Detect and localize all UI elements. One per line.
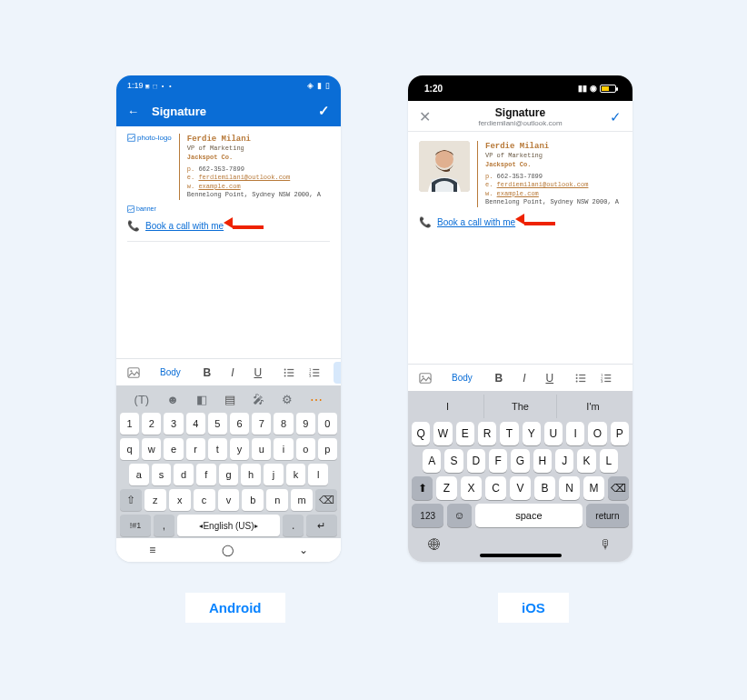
numbered-list-button[interactable]: 123 <box>303 362 326 384</box>
key-z[interactable]: z <box>144 489 166 511</box>
android-keyboard[interactable]: (T) ☻ ◧ ▤ 🎤︎ ⚙ ⋯ 1 2 3 4 5 6 7 8 9 0 <box>116 385 341 538</box>
key-j[interactable]: J <box>555 449 573 473</box>
mic-icon[interactable]: 🎤︎ <box>253 393 264 407</box>
key-t[interactable]: t <box>208 438 227 460</box>
key-n[interactable]: N <box>559 476 580 500</box>
insert-image-button[interactable] <box>413 367 437 389</box>
key-h[interactable]: H <box>533 449 552 473</box>
gear-icon[interactable]: ⚙ <box>282 393 293 407</box>
key-g[interactable]: g <box>219 464 239 485</box>
link-button[interactable] <box>625 367 632 389</box>
key-r[interactable]: R <box>478 422 496 445</box>
clipboard-icon[interactable]: ▤ <box>224 393 235 407</box>
sticker-icon[interactable]: ◧ <box>196 393 207 407</box>
emoji-key[interactable]: ☺ <box>447 504 472 527</box>
key-e[interactable]: e <box>164 438 183 460</box>
key-h[interactable]: h <box>241 464 261 485</box>
key-u[interactable]: u <box>252 438 271 460</box>
key-9[interactable]: 9 <box>296 413 315 435</box>
key-f[interactable]: f <box>196 464 216 485</box>
key-r[interactable]: r <box>186 438 205 460</box>
key-k[interactable]: k <box>286 464 306 485</box>
key-z[interactable]: Z <box>436 476 457 500</box>
key-l[interactable]: l <box>308 464 328 485</box>
shift-key[interactable]: ⬆ <box>412 476 433 500</box>
key-b[interactable]: b <box>242 489 264 511</box>
key-j[interactable]: j <box>264 464 284 485</box>
sig-web-link[interactable]: example.com <box>497 190 539 197</box>
bullet-list-button[interactable] <box>569 367 593 389</box>
key-b[interactable]: B <box>534 476 555 500</box>
key-p[interactable]: p <box>318 438 337 460</box>
bold-button[interactable]: B <box>487 367 511 389</box>
italic-button[interactable]: I <box>513 367 536 389</box>
key-l[interactable]: L <box>600 449 618 473</box>
key-2[interactable]: 2 <box>142 413 161 435</box>
symbols-key[interactable]: !#1 <box>120 515 151 536</box>
space-key[interactable]: ◂ English (US) ▸ <box>177 515 281 536</box>
key-6[interactable]: 6 <box>230 413 249 435</box>
home-indicator[interactable] <box>480 554 562 557</box>
link-button[interactable] <box>334 362 341 384</box>
space-key[interactable]: space <box>475 504 583 527</box>
key-o[interactable]: O <box>588 422 606 445</box>
recents-icon[interactable]: ≡ <box>149 544 155 556</box>
ios-keyboard[interactable]: I The I'm Q W E R T Y U I O P A S D F <box>408 391 632 562</box>
signature-editor[interactable]: Ferdie Milani VP of Marketing Jackspot C… <box>408 132 632 364</box>
key-4[interactable]: 4 <box>186 413 205 435</box>
sig-email-link[interactable]: ferdiemilani@outlook.com <box>497 181 589 188</box>
home-icon[interactable]: ◯ <box>222 544 234 556</box>
underline-button[interactable]: U <box>246 362 270 384</box>
key-x[interactable]: x <box>169 489 191 511</box>
key-5[interactable]: 5 <box>208 413 227 435</box>
dictation-icon[interactable]: 🎙︎ <box>600 537 613 552</box>
key-t[interactable]: T <box>500 422 518 445</box>
key-q[interactable]: q <box>120 438 139 460</box>
bold-button[interactable]: B <box>195 362 219 384</box>
key-c[interactable]: C <box>485 476 506 500</box>
sig-email-link[interactable]: ferdiemilani@outlook.com <box>198 174 290 181</box>
body-style-button[interactable]: Body <box>153 362 188 384</box>
numbers-key[interactable]: 123 <box>412 504 443 527</box>
key-d[interactable]: d <box>174 464 194 485</box>
bullet-list-button[interactable] <box>277 362 301 384</box>
key-0[interactable]: 0 <box>318 413 337 435</box>
numbered-list-button[interactable]: 123 <box>594 367 618 389</box>
italic-button[interactable]: I <box>221 362 244 384</box>
book-call-link[interactable]: Book a call with me <box>437 217 515 227</box>
shift-key[interactable]: ⇧ <box>120 489 142 511</box>
key-x[interactable]: X <box>461 476 482 500</box>
suggestion-2[interactable]: The <box>484 395 557 418</box>
close-icon[interactable]: ✕ <box>419 108 431 125</box>
key-k[interactable]: K <box>577 449 595 473</box>
key-f[interactable]: F <box>489 449 507 473</box>
key-v[interactable]: V <box>510 476 531 500</box>
text-icon[interactable]: (T) <box>134 393 150 407</box>
comma-key[interactable]: , <box>154 515 174 536</box>
key-v[interactable]: v <box>218 489 240 511</box>
key-7[interactable]: 7 <box>252 413 271 435</box>
underline-button[interactable]: U <box>538 367 562 389</box>
return-key[interactable]: return <box>586 504 629 527</box>
key-q[interactable]: Q <box>412 422 430 445</box>
key-m[interactable]: m <box>291 489 313 511</box>
backspace-key[interactable]: ⌫ <box>608 476 629 500</box>
signature-editor[interactable]: photo-logo Ferdie Milani VP of Marketing… <box>116 126 341 358</box>
key-3[interactable]: 3 <box>164 413 183 435</box>
back-arrow-icon[interactable]: ← <box>127 105 139 118</box>
enter-key[interactable]: ↵ <box>306 515 337 536</box>
key-i[interactable]: I <box>566 422 584 445</box>
confirm-check-icon[interactable]: ✓ <box>318 103 330 119</box>
key-w[interactable]: w <box>142 438 161 460</box>
key-e[interactable]: E <box>456 422 474 445</box>
dot-key[interactable]: . <box>283 515 304 536</box>
globe-icon[interactable]: 🌐︎ <box>428 537 441 552</box>
key-g[interactable]: G <box>511 449 529 473</box>
key-m[interactable]: M <box>583 476 604 500</box>
key-1[interactable]: 1 <box>120 413 139 435</box>
key-s[interactable]: S <box>444 449 463 473</box>
key-s[interactable]: s <box>152 464 172 485</box>
sig-web-link[interactable]: example.com <box>198 183 240 190</box>
key-u[interactable]: U <box>544 422 563 445</box>
more-icon[interactable]: ⋯ <box>310 393 323 407</box>
